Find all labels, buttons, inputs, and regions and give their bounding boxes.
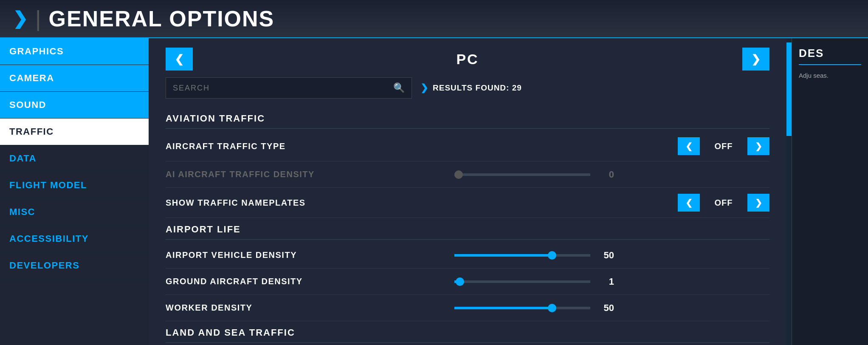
ground-aircraft-density-value: 1: [597, 276, 614, 287]
sidebar-item-developers[interactable]: DEVELOPERS: [0, 252, 149, 279]
table-row: WORKER DENSITY 50: [166, 295, 769, 321]
table-row: GROUND AIRCRAFT DENSITY 1: [166, 269, 769, 295]
aircraft-traffic-type-next-button[interactable]: ❯: [747, 137, 769, 155]
setting-label-show-traffic-nameplates: SHOW TRAFFIC NAMEPLATES: [166, 198, 454, 208]
table-row: AIRPORT VEHICLE DENSITY 50: [166, 242, 769, 269]
platform-name: PC: [193, 51, 742, 68]
sidebar-item-camera[interactable]: CAMERA: [0, 65, 149, 92]
setting-control-show-traffic-nameplates: ❮ OFF ❯: [454, 194, 769, 212]
aircraft-traffic-type-prev-button[interactable]: ❮: [678, 137, 700, 155]
table-row: AIRCRAFT TRAFFIC TYPE ❮ OFF ❯: [166, 131, 769, 161]
sidebar: GRAPHICS CAMERA SOUND TRAFFIC DATA FLIGH…: [0, 38, 149, 345]
ai-density-slider-value: 0: [597, 169, 614, 180]
setting-label-ground-aircraft-density: GROUND AIRCRAFT DENSITY: [166, 277, 454, 286]
sidebar-item-sound[interactable]: SOUND: [0, 92, 149, 119]
worker-density-slider-track: [454, 307, 590, 309]
platform-selector: ❮ PC ❯: [149, 38, 786, 77]
sidebar-item-graphics[interactable]: GRAPHICS: [0, 38, 149, 65]
section-header-aviation-traffic: AVIATION TRAFFIC: [166, 107, 769, 129]
ai-density-slider-track: [454, 173, 590, 176]
table-row: AI AIRCRAFT TRAFFIC DENSITY 0: [166, 161, 769, 188]
ground-aircraft-density-slider-container: 1: [454, 276, 769, 287]
airport-vehicle-density-slider-thumb[interactable]: [548, 251, 556, 260]
sidebar-item-flight-model[interactable]: FLIGHT MODEL: [0, 172, 149, 199]
results-found: ❯ RESULTS FOUND: 29: [420, 82, 522, 93]
scrollbar-area: [786, 38, 792, 345]
search-input[interactable]: [173, 84, 388, 93]
right-panel-text: Adju seas.: [799, 71, 861, 81]
ai-density-slider-container: 0: [454, 169, 769, 180]
content-area: ❮ PC ❯ 🔍 ❯ RESULTS FOUND: 29 AVIATION TR…: [149, 38, 786, 345]
right-panel-title: DES: [799, 47, 861, 65]
airport-vehicle-density-slider-track: [454, 254, 590, 257]
ground-aircraft-density-slider-thumb[interactable]: [456, 277, 464, 286]
main-layout: GRAPHICS CAMERA SOUND TRAFFIC DATA FLIGH…: [0, 38, 868, 345]
show-nameplates-prev-button[interactable]: ❮: [678, 194, 700, 212]
ground-aircraft-density-slider-track: [454, 280, 590, 283]
setting-control-ai-aircraft-density: 0: [454, 169, 769, 180]
results-found-label: RESULTS FOUND: 29: [433, 83, 522, 93]
setting-control-airport-vehicle-density: 50: [454, 250, 769, 261]
sidebar-item-traffic[interactable]: TRAFFIC: [0, 119, 149, 145]
search-icon: 🔍: [393, 82, 405, 93]
sidebar-item-misc[interactable]: MISC: [0, 199, 149, 226]
search-container: 🔍: [166, 77, 412, 99]
ai-density-slider-thumb[interactable]: [454, 170, 463, 179]
setting-control-ground-aircraft-density: 1: [454, 276, 769, 287]
setting-label-ai-aircraft-density: AI AIRCRAFT TRAFFIC DENSITY: [166, 170, 454, 179]
worker-density-value: 50: [597, 303, 614, 314]
table-row: SHOW TRAFFIC NAMEPLATES ❮ OFF ❯: [166, 188, 769, 218]
show-nameplates-next-button[interactable]: ❯: [747, 194, 769, 212]
worker-density-slider-fill: [454, 307, 552, 309]
scrollbar-thumb[interactable]: [786, 42, 792, 136]
show-nameplates-value: OFF: [707, 198, 741, 208]
header-divider: |: [35, 8, 41, 30]
airport-vehicle-density-value: 50: [597, 250, 614, 261]
setting-control-aircraft-traffic-type: ❮ OFF ❯: [454, 137, 769, 155]
header-arrow-icon: ❯: [13, 10, 28, 28]
worker-density-slider-container: 50: [454, 303, 769, 314]
setting-label-aircraft-traffic-type: AIRCRAFT TRAFFIC TYPE: [166, 141, 454, 151]
section-header-airport-life: AIRPORT LIFE: [166, 218, 769, 240]
airport-vehicle-density-slider-fill: [454, 254, 552, 257]
setting-control-worker-density: 50: [454, 303, 769, 314]
setting-label-worker-density: WORKER DENSITY: [166, 303, 454, 313]
worker-density-slider-thumb[interactable]: [548, 304, 556, 312]
airport-vehicle-density-slider-container: 50: [454, 250, 769, 261]
setting-label-airport-vehicle-density: AIRPORT VEHICLE DENSITY: [166, 250, 454, 260]
settings-list: AVIATION TRAFFIC AIRCRAFT TRAFFIC TYPE ❮…: [149, 107, 786, 345]
search-bar-row: 🔍 ❯ RESULTS FOUND: 29: [149, 77, 786, 107]
right-panel: DES Adju seas.: [792, 38, 868, 345]
platform-next-button[interactable]: ❯: [742, 48, 769, 71]
results-arrow-icon: ❯: [420, 82, 428, 93]
aircraft-traffic-type-value: OFF: [707, 141, 741, 151]
section-header-land-sea-traffic: LAND AND SEA TRAFFIC: [166, 321, 769, 343]
platform-prev-button[interactable]: ❮: [166, 48, 193, 71]
sidebar-item-data[interactable]: DATA: [0, 145, 149, 172]
page-title: GENERAL OPTIONS: [49, 6, 275, 31]
sidebar-item-accessibility[interactable]: ACCESSIBILITY: [0, 226, 149, 252]
header: ❯ | GENERAL OPTIONS: [0, 0, 868, 38]
